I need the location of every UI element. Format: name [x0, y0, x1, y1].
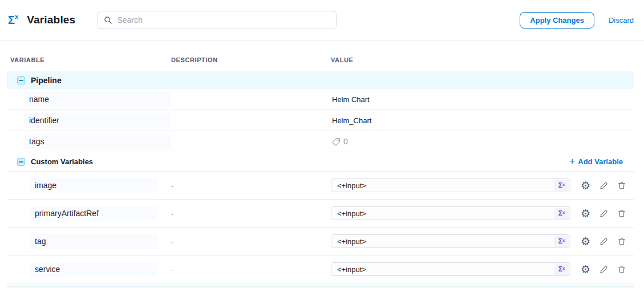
value-input[interactable]: <+input> Σx [331, 206, 570, 220]
collapse-minus-icon[interactable] [17, 76, 25, 84]
search-icon [104, 16, 112, 25]
plus-icon: + [569, 156, 575, 166]
tag-icon [332, 137, 341, 146]
variables-panel: Σx Variables Apply Changes Discard VARIA… [0, 0, 644, 288]
table-row: tags 0 [7, 131, 634, 152]
settings-gear-icon[interactable]: ⚙ [581, 236, 590, 247]
row-actions: ⚙ [581, 180, 626, 191]
next-section-partial-row [7, 285, 634, 288]
value-input[interactable]: <+input> Σx [331, 262, 570, 276]
search-box[interactable] [98, 11, 337, 29]
value-input-text: <+input> [331, 237, 553, 246]
row-actions: ⚙ [581, 236, 626, 247]
variable-name-field[interactable]: service [30, 262, 157, 277]
column-header-description: DESCRIPTION [171, 56, 331, 63]
settings-gear-icon[interactable]: ⚙ [581, 264, 590, 275]
delete-trash-icon[interactable] [617, 181, 626, 190]
edit-pencil-icon[interactable] [599, 209, 609, 218]
variables-sigma-icon: Σx [8, 14, 18, 26]
delete-trash-icon[interactable] [617, 265, 626, 274]
add-variable-button[interactable]: + Add Variable [569, 157, 634, 167]
row-actions: ⚙ [581, 208, 626, 219]
variable-name-field[interactable]: image [30, 178, 157, 193]
top-bar-actions: Apply Changes Discard [520, 12, 634, 29]
edit-pencil-icon[interactable] [599, 265, 609, 274]
section-row-custom-variables: Custom Variables + Add Variable [7, 152, 634, 172]
section-title: Pipeline [31, 76, 62, 85]
delete-trash-icon[interactable] [617, 237, 626, 246]
settings-gear-icon[interactable]: ⚙ [581, 180, 590, 191]
variable-name-field[interactable]: tags [24, 134, 171, 149]
column-header-variable: VARIABLE [7, 56, 171, 63]
settings-gear-icon[interactable]: ⚙ [581, 208, 590, 219]
description-cell: - [171, 265, 331, 274]
table-row: primaryArtifactRef - <+input> Σx ⚙ [7, 200, 634, 228]
table-row: service - <+input> Σx ⚙ [7, 255, 634, 283]
discard-button[interactable]: Discard [609, 16, 634, 25]
column-header-value: VALUE [331, 56, 634, 63]
description-cell: - [171, 237, 331, 246]
edit-pencil-icon[interactable] [599, 181, 609, 190]
runtime-input-sigma-button[interactable]: Σx [554, 208, 569, 219]
table-row: image - <+input> Σx ⚙ [7, 172, 634, 200]
page-title: Variables [27, 14, 75, 26]
table-row: name Helm Chart [7, 89, 634, 110]
runtime-input-sigma-button[interactable]: Σx [554, 180, 569, 191]
value-input[interactable]: <+input> Σx [331, 179, 570, 192]
description-cell: - [171, 181, 331, 190]
value-input[interactable]: <+input> Σx [331, 234, 570, 248]
variable-name-field[interactable]: primaryArtifactRef [30, 206, 157, 221]
table-header-row: VARIABLE DESCRIPTION VALUE [7, 40, 634, 71]
search-input[interactable] [117, 15, 330, 25]
top-bar: Σx Variables Apply Changes Discard [0, 0, 644, 40]
collapse-minus-icon[interactable] [17, 158, 25, 166]
value-text: Helm Chart [331, 95, 634, 104]
tags-count: 0 [343, 137, 348, 146]
add-variable-label: Add Variable [578, 157, 623, 166]
variable-name-field[interactable]: tag [30, 234, 157, 249]
variable-name-field[interactable]: identifier [24, 113, 171, 128]
description-cell: - [171, 209, 331, 218]
delete-trash-icon[interactable] [617, 209, 626, 218]
section-title: Custom Variables [31, 157, 93, 166]
variable-name-field[interactable]: name [24, 92, 171, 107]
value-input-text: <+input> [331, 181, 553, 190]
tags-value: 0 [332, 137, 634, 146]
section-row-pipeline: Pipeline [7, 71, 634, 89]
table-row: tag - <+input> Σx ⚙ [7, 228, 634, 255]
value-input-text: <+input> [331, 209, 553, 218]
value-input-text: <+input> [331, 265, 553, 274]
variables-table: VARIABLE DESCRIPTION VALUE Pipeline name… [7, 40, 634, 283]
table-row: identifier Helm_Chart [7, 110, 634, 131]
value-text: Helm_Chart [331, 116, 634, 125]
apply-changes-button[interactable]: Apply Changes [520, 12, 594, 29]
row-actions: ⚙ [581, 264, 626, 275]
runtime-input-sigma-button[interactable]: Σx [554, 263, 569, 275]
edit-pencil-icon[interactable] [599, 237, 609, 246]
runtime-input-sigma-button[interactable]: Σx [554, 236, 569, 247]
